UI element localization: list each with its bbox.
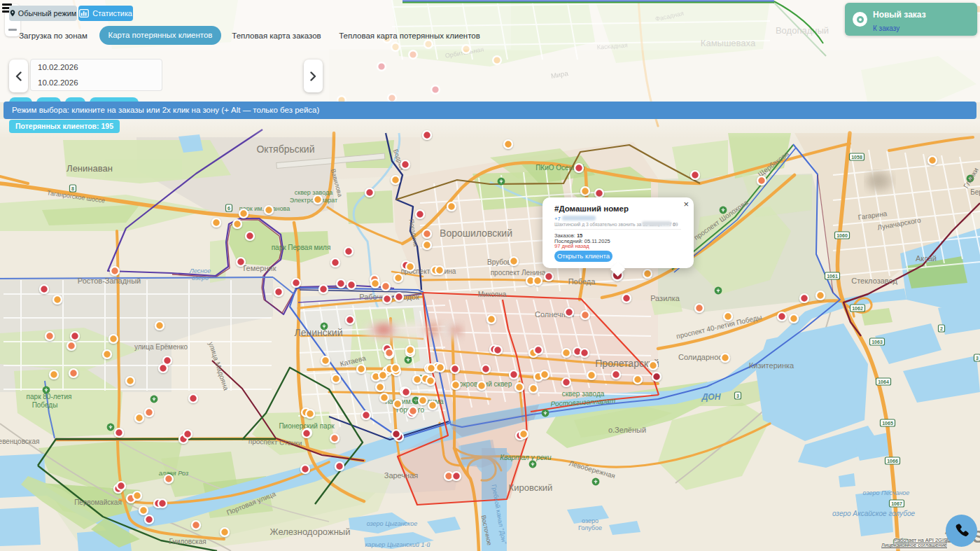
svg-text:карьер Цыганский 1-й: карьер Цыганский 1-й	[365, 541, 430, 548]
svg-text:1058: 1058	[851, 155, 862, 160]
svg-text:Камышеваха: Камышеваха	[701, 38, 756, 48]
svg-text:Гниловская: Гниловская	[169, 538, 206, 545]
svg-text:парк им. Максима: парк им. Максима	[385, 398, 444, 405]
svg-text:Ростов-Западный: Ростов-Западный	[78, 277, 141, 285]
svg-text:ДОН: ДОН	[701, 392, 721, 402]
svg-text:Победы: Победы	[32, 401, 58, 409]
svg-text:аллея Роз: аллея Роз	[159, 470, 188, 477]
svg-text:Лесное: Лесное	[189, 267, 211, 274]
svg-text:озеро Аксайское голубое: озеро Аксайское голубое	[832, 510, 916, 517]
svg-text:парк 80-летия: парк 80-летия	[27, 393, 72, 400]
svg-text:Голубое: Голубое	[578, 524, 602, 531]
svg-text:Победа: Победа	[568, 277, 596, 286]
svg-text:Стеклозавод: Стеклозавод	[851, 277, 897, 285]
svg-text:сквер завода: сквер завода	[562, 390, 605, 398]
svg-text:Покровский сквер: Покровский сквер	[454, 380, 512, 388]
svg-text:озеро: озеро	[582, 517, 598, 524]
svg-text:озеро Песчаное: озеро Песчаное	[863, 489, 910, 496]
svg-text:Пионерский парк: Пионерский парк	[279, 422, 335, 430]
svg-text:Рабочий городок: Рабочий городок	[359, 293, 419, 301]
svg-text:1066: 1066	[887, 459, 898, 463]
svg-text:Солидарности: Солидарности	[678, 353, 730, 361]
svg-text:проспект Ленина: проспект Ленина	[491, 269, 546, 277]
svg-text:проспект Ленина: проспект Ленина	[401, 267, 456, 275]
svg-text:озеро Цыганское: озеро Цыганское	[367, 520, 418, 527]
svg-text:6: 6	[227, 206, 230, 211]
svg-text:3: 3	[976, 356, 979, 361]
svg-text:Горького: Горького	[396, 406, 425, 414]
svg-text:Пролетарский: Пролетарский	[595, 358, 659, 369]
svg-text:3: 3	[736, 393, 739, 398]
svg-text:1062: 1062	[852, 306, 863, 311]
svg-text:Водопадный: Водопадный	[776, 25, 829, 36]
svg-text:1060: 1060	[836, 233, 848, 238]
svg-text:Заречная: Заречная	[384, 471, 419, 480]
svg-text:Электроаппарат: Электроаппарат	[290, 197, 337, 204]
svg-text:1065: 1065	[882, 421, 893, 426]
svg-text:1064: 1064	[878, 379, 889, 384]
svg-text:1067: 1067	[891, 501, 902, 506]
svg-text:о.Зелёный: о.Зелёный	[608, 426, 646, 434]
svg-text:2: 2	[940, 326, 943, 331]
svg-text:1063: 1063	[872, 340, 883, 344]
svg-text:8: 8	[71, 186, 74, 191]
svg-text:ПКиО Осенний: ПКиО Осенний	[536, 164, 584, 172]
svg-text:Первомайская: Первомайская	[74, 498, 122, 506]
svg-text:улица Ерёменко: улица Ерёменко	[134, 343, 188, 351]
svg-text:Ленинаван: Ленинаван	[66, 163, 113, 174]
svg-text:Кировский: Кировский	[509, 482, 553, 493]
svg-text:евенцовская: евенцовская	[0, 438, 39, 445]
svg-text:Темерник: Темерник	[241, 264, 276, 272]
svg-text:Солнечная: Солнечная	[535, 310, 574, 319]
svg-text:Октябрьский: Октябрьский	[256, 144, 314, 155]
svg-text:Бер: Бер	[970, 188, 980, 196]
svg-text:парк им. Оганова: парк им. Оганова	[239, 205, 290, 212]
svg-text:1061: 1061	[827, 274, 838, 279]
svg-text:Аксай: Аксай	[916, 254, 937, 263]
svg-text:Ворошиловский: Ворошиловский	[440, 228, 512, 239]
svg-text:озеро: озеро	[192, 274, 209, 281]
svg-text:парк Первая миля: парк Первая миля	[272, 244, 331, 251]
svg-text:Квартал у реки: Квартал у реки	[500, 454, 552, 461]
svg-text:Кизитеринка: Кизитеринка	[749, 361, 794, 370]
svg-text:Микояна: Микояна	[478, 291, 507, 298]
svg-text:Железнодорожный: Железнодорожный	[270, 526, 351, 537]
svg-text:Врубов: Врубов	[487, 258, 511, 266]
svg-text:сквер завода: сквер завода	[295, 189, 333, 196]
svg-text:Ленинский: Ленинский	[294, 327, 342, 338]
svg-text:Разилка: Разилка	[650, 294, 680, 302]
